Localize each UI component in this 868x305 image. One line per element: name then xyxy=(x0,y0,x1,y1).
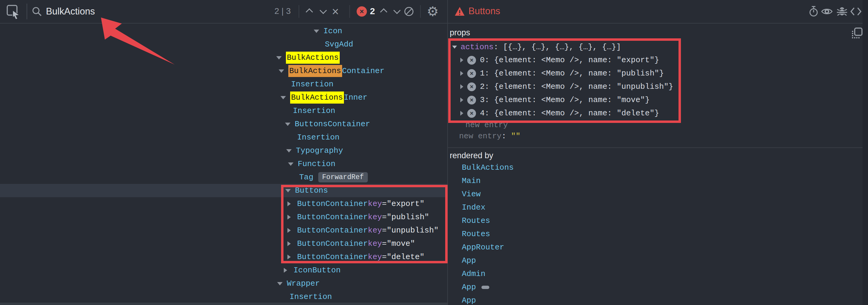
delete-entry-icon[interactable]: × xyxy=(467,109,476,118)
next-match-button[interactable] xyxy=(319,8,328,15)
expand-arrow-icon[interactable] xyxy=(287,215,291,219)
expand-arrow-icon[interactable] xyxy=(460,84,463,89)
collapse-arrow-icon[interactable] xyxy=(452,45,457,48)
rendered-by-item-app[interactable]: App xyxy=(462,294,476,305)
rendered-by-item-bulkactions[interactable]: BulkActions xyxy=(462,161,514,174)
eye-icon[interactable] xyxy=(821,5,833,18)
error-count: 2 xyxy=(370,6,375,16)
component-name: Buttons xyxy=(295,184,328,197)
tree-row-insertion[interactable]: Insertion xyxy=(0,104,447,117)
tree-row-buttoncontainer[interactable]: ButtonContainer key="publish" xyxy=(0,210,447,224)
component-name: BulkActionsContainer xyxy=(288,64,384,78)
rendered-by-item-main[interactable]: Main xyxy=(462,174,480,188)
settings-gear-icon[interactable]: ⚙ xyxy=(427,2,438,21)
collapse-arrow-icon[interactable] xyxy=(276,56,282,60)
component-name: ButtonContainer key="move" xyxy=(297,237,415,250)
previous-match-button[interactable] xyxy=(305,8,314,15)
clear-errors-icon[interactable] xyxy=(404,7,413,16)
new-entry-row[interactable]: new entry: "" xyxy=(459,130,521,143)
component-name: TagForwardRef xyxy=(299,171,368,184)
component-name: Insertion xyxy=(291,78,333,91)
component-name: ButtonContainer key="unpublish" xyxy=(297,224,438,237)
tree-row-buttonscontainer[interactable]: ButtonsContainer xyxy=(0,117,447,131)
collapse-arrow-icon[interactable] xyxy=(277,282,283,285)
next-error-button[interactable] xyxy=(393,8,401,15)
tree-row-insertion[interactable]: Insertion xyxy=(0,78,447,91)
prop-row-action-3[interactable]: ×3: {element: <Memo />, name: "move"} xyxy=(460,93,650,107)
prop-row-action-2[interactable]: ×2: {element: <Memo />, name: "unpublish… xyxy=(460,80,673,93)
component-name: Insertion xyxy=(289,290,332,304)
expand-arrow-icon[interactable] xyxy=(287,201,291,206)
rendered-by-item-admin[interactable]: Admin xyxy=(462,267,485,280)
collapse-arrow-icon[interactable] xyxy=(279,69,284,73)
tree-row-tag[interactable]: TagForwardRef xyxy=(0,171,447,184)
prop-row-action-4[interactable]: ×4: {element: <Memo />, name: "delete"} xyxy=(460,107,659,120)
component-name: Insertion xyxy=(293,104,335,117)
delete-entry-icon[interactable]: × xyxy=(467,96,476,104)
collapse-arrow-icon[interactable] xyxy=(286,149,292,152)
tree-row-buttons[interactable]: Buttons xyxy=(0,184,447,197)
toolbar-divider xyxy=(27,4,27,19)
tree-row-buttoncontainer[interactable]: ButtonContainer key="export" xyxy=(0,197,447,210)
prop-row-action-1[interactable]: ×1: {element: <Memo />, name: "publish"} xyxy=(460,67,664,80)
bug-icon[interactable] xyxy=(836,5,848,18)
tree-horizontal-scrollbar[interactable] xyxy=(0,303,447,305)
expand-arrow-icon[interactable] xyxy=(460,58,463,63)
collapse-arrow-icon[interactable] xyxy=(314,30,319,33)
collapse-arrow-icon[interactable] xyxy=(288,163,293,166)
tree-row-buttoncontainer[interactable]: ButtonContainer key="delete" xyxy=(0,250,447,264)
toolbar-divider xyxy=(299,5,299,18)
expand-arrow-icon[interactable] xyxy=(460,111,463,116)
previous-error-button[interactable] xyxy=(380,8,388,15)
delete-entry-icon[interactable]: × xyxy=(467,69,476,78)
stopwatch-icon[interactable] xyxy=(808,5,819,18)
tree-row-bulkactionscontainer[interactable]: BulkActionsContainer xyxy=(0,64,447,78)
expand-arrow-icon[interactable] xyxy=(287,228,291,233)
rendered-by-item-view[interactable]: View xyxy=(462,188,480,201)
tree-row-icon[interactable]: Icon xyxy=(0,25,447,38)
component-name: IconButton xyxy=(293,264,341,277)
tree-row-insertion[interactable]: Insertion xyxy=(0,131,447,144)
forwardref-badge: ForwardRef xyxy=(318,172,368,182)
clear-search-button[interactable]: × xyxy=(332,3,339,20)
rendered-by-item-app[interactable]: App xyxy=(462,280,489,294)
prop-row-actions[interactable]: actions: [{…}, {…}, {…}, {…}, {…}] xyxy=(452,40,621,54)
tree-row-insertion[interactable]: Insertion xyxy=(0,290,447,304)
tree-row-wrapper[interactable]: Wrapper xyxy=(0,277,447,290)
delete-entry-icon[interactable]: × xyxy=(467,56,476,65)
collapse-arrow-icon[interactable] xyxy=(285,123,290,126)
component-name: ButtonContainer key="export" xyxy=(297,197,424,210)
expand-arrow-icon[interactable] xyxy=(287,255,291,260)
copy-props-icon[interactable] xyxy=(850,27,864,40)
rendered-by-item-app[interactable]: App xyxy=(462,254,476,267)
rendered-by-item-routes[interactable]: Routes xyxy=(462,227,490,241)
delete-entry-icon[interactable]: × xyxy=(467,82,476,91)
view-source-code-icon[interactable] xyxy=(850,5,862,18)
expand-arrow-icon[interactable] xyxy=(460,71,463,76)
toolbar: 2 | 3 × × 2 ⚙ Buttons xyxy=(0,0,868,23)
tree-row-bulkactions[interactable]: BulkActions xyxy=(0,51,447,64)
collapse-arrow-icon[interactable] xyxy=(285,189,291,192)
props-rendered-divider xyxy=(448,147,868,148)
expand-arrow-icon[interactable] xyxy=(460,98,463,102)
rendered-by-item-routes[interactable]: Routes xyxy=(462,214,490,227)
expand-arrow-icon[interactable] xyxy=(287,241,291,246)
panel-divider[interactable] xyxy=(447,0,448,305)
inspect-element-icon[interactable] xyxy=(6,4,21,19)
search-input[interactable] xyxy=(46,5,264,18)
tree-row-iconbutton[interactable]: IconButton xyxy=(0,264,447,277)
tree-row-svgadd[interactable]: SvgAdd xyxy=(0,38,447,51)
tree-row-buttoncontainer[interactable]: ButtonContainer key="unpublish" xyxy=(0,224,447,237)
tree-row-function[interactable]: Function xyxy=(0,157,447,171)
collapse-arrow-icon[interactable] xyxy=(280,96,286,99)
component-name: Function xyxy=(298,157,336,171)
search-icon xyxy=(31,5,43,18)
tree-row-bulkactionsinner[interactable]: BulkActionsInner xyxy=(0,91,447,104)
prop-row-action-0[interactable]: ×0: {element: <Memo />, name: "export"} xyxy=(460,54,659,67)
expand-arrow-icon[interactable] xyxy=(284,268,287,273)
tree-row-buttoncontainer[interactable]: ButtonContainer key="move" xyxy=(0,237,447,250)
rendered-by-item-index[interactable]: Index xyxy=(462,201,485,214)
tree-row-typography[interactable]: Typography xyxy=(0,144,447,157)
scrollbar-gutter[interactable] xyxy=(863,0,868,305)
rendered-by-item-approuter[interactable]: AppRouter xyxy=(462,241,504,254)
